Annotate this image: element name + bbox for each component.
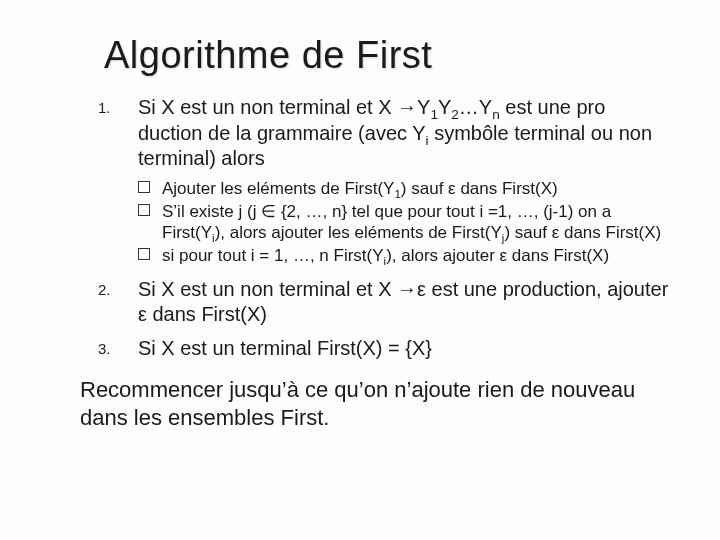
item-text: Si X est un non terminal et X →Y1Y2…Yn e… xyxy=(138,96,652,169)
closing-text: Recommencer jusqu’à ce qu’on n’ajoute ri… xyxy=(80,376,662,432)
sub-item: S’il existe j (j ∈ {2, …, n} tel que pou… xyxy=(138,201,672,245)
item-text: Si X est un terminal First(X) = {X} xyxy=(138,337,432,359)
sub-item: si pour tout i = 1, …, n First(Yi), alor… xyxy=(138,245,672,267)
item-text: Si X est un non terminal et X →ε est une… xyxy=(138,278,668,326)
slide: Algorithme de First Si X est un non term… xyxy=(0,0,720,540)
slide-title: Algorithme de First xyxy=(104,34,672,77)
list-item: Si X est un non terminal et X →Y1Y2…Yn e… xyxy=(138,95,672,267)
list-item: Si X est un non terminal et X →ε est une… xyxy=(138,277,672,328)
sub-list: Ajouter les eléments de First(Y1) sauf ε… xyxy=(138,178,672,267)
list-item: Si X est un terminal First(X) = {X} xyxy=(138,336,672,362)
sub-item: Ajouter les eléments de First(Y1) sauf ε… xyxy=(138,178,672,200)
numbered-list: Si X est un non terminal et X →Y1Y2…Yn e… xyxy=(138,95,672,362)
